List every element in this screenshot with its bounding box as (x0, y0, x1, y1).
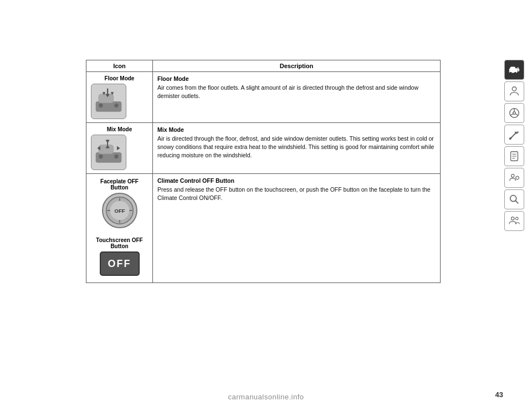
sidebar-item-car-lock[interactable] (504, 60, 524, 80)
people-icon (508, 215, 520, 227)
svg-line-35 (510, 114, 513, 115)
mix-mode-icon-cell: Mix Mode (86, 123, 153, 174)
sidebar-item-document[interactable] (504, 146, 524, 166)
svg-point-49 (510, 196, 516, 202)
off-buttons-desc-title: Climate Control OFF Button (157, 177, 436, 184)
wrench-icon (508, 129, 520, 141)
table-row: Faceplate OFF Button OFF (86, 174, 441, 283)
sidebar-item-search[interactable] (504, 189, 524, 209)
document-icon (508, 150, 520, 162)
svg-line-36 (515, 114, 518, 115)
svg-point-3 (114, 104, 118, 107)
col-header-description: Description (153, 60, 441, 72)
sidebar-item-people[interactable] (504, 211, 524, 231)
sidebar-item-tools[interactable] (504, 125, 524, 145)
floor-mode-label: Floor Mode (91, 75, 148, 81)
touchscreen-section: Touchscreen OFF Button OFF (91, 237, 148, 276)
col-header-icon: Icon (86, 60, 153, 72)
off-button-text: OFF (108, 258, 131, 270)
touchscreen-off-icon: OFF (100, 251, 140, 276)
svg-marker-16 (117, 146, 120, 150)
car-lock-icon (508, 64, 520, 76)
floor-mode-desc-cell: Floor Mode Air comes from the floor outl… (153, 72, 441, 123)
svg-rect-9 (98, 145, 114, 154)
sidebar-item-person[interactable] (504, 81, 524, 101)
gear-person-icon (508, 172, 520, 184)
svg-rect-25 (510, 67, 515, 70)
main-table: Icon Description Floor Mode (86, 60, 441, 283)
faceplate-section: Faceplate OFF Button OFF (91, 178, 148, 228)
table-wrapper: Icon Description Floor Mode (86, 60, 441, 283)
mix-mode-svg (93, 137, 124, 168)
svg-point-52 (515, 217, 518, 220)
table-row: Floor Mode (86, 72, 441, 123)
sidebar (504, 60, 525, 231)
off-buttons-desc-cell: Climate Control OFF Button Press and rel… (153, 174, 441, 283)
touchscreen-label: Touchscreen OFF Button (91, 237, 148, 249)
svg-rect-30 (518, 70, 518, 71)
svg-line-50 (515, 201, 518, 203)
svg-rect-1 (98, 94, 114, 103)
floor-mode-icon-cell: Floor Mode (86, 72, 153, 123)
floor-mode-desc-text: Air comes from the floor outlets. A slig… (157, 84, 418, 99)
off-buttons-desc-text: Press and release the OFF button on the … (157, 186, 431, 201)
mix-mode-desc-text: Air is directed through the floor, defro… (157, 135, 434, 158)
svg-point-27 (514, 72, 516, 74)
svg-point-26 (510, 72, 512, 74)
sidebar-item-steering[interactable] (504, 103, 524, 123)
svg-point-43 (511, 174, 515, 178)
svg-point-33 (513, 112, 516, 115)
svg-text:OFF: OFF (114, 208, 125, 214)
svg-point-11 (114, 155, 118, 158)
mix-mode-desc-title: Mix Mode (157, 126, 436, 133)
mix-mode-icon (91, 135, 126, 170)
floor-mode-svg (93, 86, 124, 117)
svg-point-44 (516, 176, 519, 179)
off-buttons-icon-cell: Faceplate OFF Button OFF (86, 174, 153, 283)
svg-point-10 (99, 155, 103, 158)
floor-mode-icon (91, 84, 126, 119)
page-number: 43 (495, 391, 503, 399)
steering-wheel-icon (508, 107, 520, 119)
floor-mode-desc-title: Floor Mode (157, 75, 436, 82)
svg-point-51 (511, 217, 515, 220)
svg-point-31 (512, 87, 516, 91)
svg-point-2 (99, 104, 103, 107)
page-container: Icon Description Floor Mode (0, 0, 532, 411)
faceplate-label: Faceplate OFF Button (91, 178, 148, 191)
sidebar-item-gear-person[interactable] (504, 168, 524, 188)
faceplate-off-svg: OFF (105, 196, 134, 225)
faceplate-off-icon: OFF (102, 193, 137, 228)
person-icon (508, 85, 520, 97)
mix-mode-label: Mix Mode (91, 126, 148, 132)
watermark: carmanualsonline.info (228, 393, 304, 401)
off-buttons-icon-section: Faceplate OFF Button OFF (91, 178, 148, 279)
search-icon (508, 193, 520, 206)
mix-mode-desc-cell: Mix Mode Air is directed through the flo… (153, 123, 441, 174)
table-row: Mix Mode (86, 123, 441, 174)
